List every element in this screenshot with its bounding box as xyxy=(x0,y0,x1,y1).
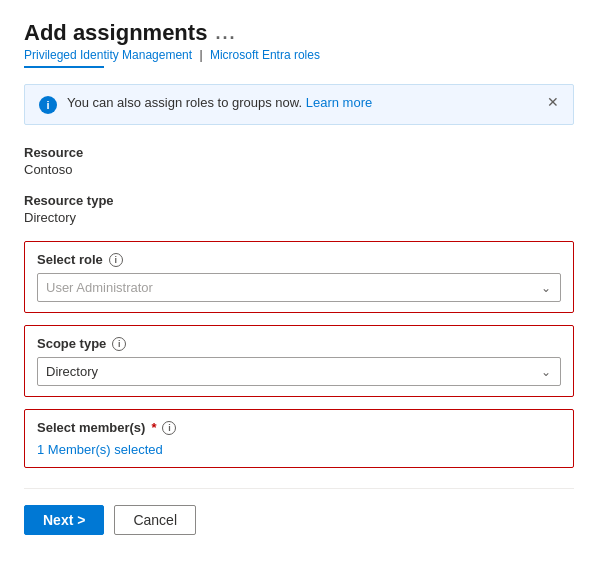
resource-field: Resource Contoso xyxy=(24,145,574,177)
resource-type-field: Resource type Directory xyxy=(24,193,574,225)
info-banner: i You can also assign roles to groups no… xyxy=(24,84,574,125)
title-underline xyxy=(24,66,104,68)
cancel-button[interactable]: Cancel xyxy=(114,505,196,535)
resource-type-value: Directory xyxy=(24,210,574,225)
scope-type-wrapper: Directory ⌄ xyxy=(37,357,561,386)
select-members-info-icon[interactable]: i xyxy=(162,421,176,435)
required-indicator: * xyxy=(151,420,156,435)
footer-divider xyxy=(24,488,574,489)
next-button[interactable]: Next > xyxy=(24,505,104,535)
members-selected-link[interactable]: 1 Member(s) selected xyxy=(37,442,163,457)
breadcrumb: Privileged Identity Management | Microso… xyxy=(24,48,574,62)
info-banner-text: You can also assign roles to groups now.… xyxy=(67,95,559,110)
resource-label: Resource xyxy=(24,145,574,160)
page-title-text: Add assignments xyxy=(24,20,207,46)
select-role-label: Select role i xyxy=(37,252,561,267)
scope-type-info-icon[interactable]: i xyxy=(112,337,126,351)
select-role-dropdown[interactable]: User Administrator xyxy=(37,273,561,302)
scope-type-dropdown[interactable]: Directory xyxy=(37,357,561,386)
resource-type-label: Resource type xyxy=(24,193,574,208)
close-banner-button[interactable]: ✕ xyxy=(543,93,563,111)
select-role-wrapper: User Administrator ⌄ xyxy=(37,273,561,302)
footer-actions: Next > Cancel xyxy=(24,505,574,535)
resource-value: Contoso xyxy=(24,162,574,177)
select-members-section: Select member(s) * i 1 Member(s) selecte… xyxy=(24,409,574,468)
learn-more-link[interactable]: Learn more xyxy=(306,95,372,110)
select-role-info-icon[interactable]: i xyxy=(109,253,123,267)
info-icon: i xyxy=(39,96,57,114)
scope-type-label: Scope type i xyxy=(37,336,561,351)
select-role-section: Select role i User Administrator ⌄ xyxy=(24,241,574,313)
select-members-label: Select member(s) * i xyxy=(37,420,561,435)
scope-type-section: Scope type i Directory ⌄ xyxy=(24,325,574,397)
ellipsis-menu[interactable]: ... xyxy=(215,23,236,44)
page-title: Add assignments ... xyxy=(24,20,574,46)
